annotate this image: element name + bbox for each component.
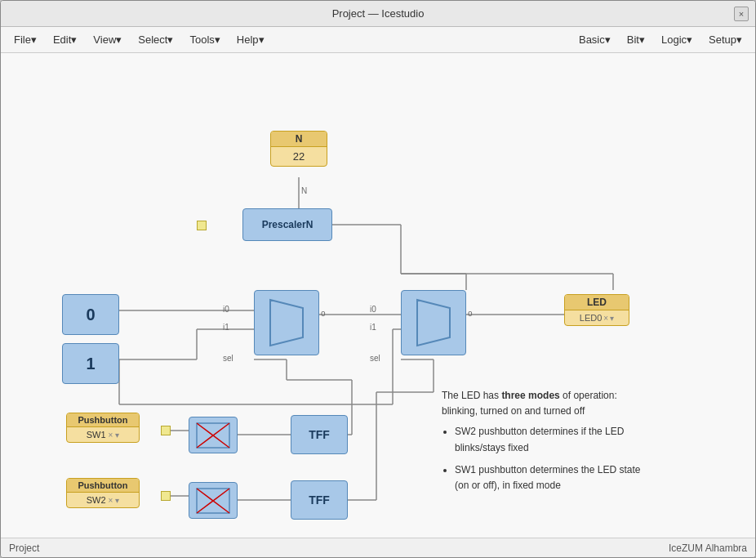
mux1-block[interactable]: [254, 290, 319, 355]
tff1-label: TFF: [309, 428, 330, 441]
view-menu[interactable]: View▾: [87, 31, 128, 48]
pushbtn2-header: Pushbutton: [67, 479, 139, 493]
tools-menu[interactable]: Tools▾: [183, 31, 226, 48]
debounce2-icon: [196, 488, 230, 514]
pushbtn2-block[interactable]: Pushbutton SW2 × ▾: [66, 478, 140, 508]
const0-value: 0: [86, 306, 95, 324]
setup-menu[interactable]: Setup▾: [702, 31, 749, 48]
info-bullet1: SW2 pushbutton determines if the LED bli…: [455, 424, 654, 455]
canvas: N i0 i1 sel o i0 i1 sel o N 22 Prescaler…: [1, 53, 755, 538]
basic-menu[interactable]: Basic▾: [572, 31, 617, 48]
debounce1-block[interactable]: [189, 417, 238, 453]
const1-block[interactable]: 1: [62, 343, 119, 384]
info-line2: blinking, turned on and turned off: [442, 405, 585, 417]
mux2-shape: [413, 298, 454, 347]
debounce1-icon: [196, 422, 230, 449]
label-i0-left: i0: [223, 305, 229, 314]
info-list: SW2 pushbutton determines if the LED bli…: [455, 424, 654, 493]
pushbtn2-value-text: SW2: [87, 495, 106, 505]
label-i1-right: i1: [370, 323, 376, 332]
tff1-block[interactable]: TFF: [291, 415, 348, 454]
n-block-header: N: [271, 132, 327, 147]
pushbtn2-dropdown[interactable]: ▾: [115, 496, 119, 505]
select-menu[interactable]: Select▾: [131, 31, 180, 48]
tff2-block[interactable]: TFF: [291, 480, 348, 520]
pushbtn2-close[interactable]: ×: [109, 496, 113, 505]
label-i1-left: i1: [223, 323, 229, 332]
led-block[interactable]: LED LED0 × ▾: [564, 294, 629, 326]
const0-block[interactable]: 0: [62, 294, 119, 335]
pushbtn1-block[interactable]: Pushbutton SW1 × ▾: [66, 413, 140, 443]
connector-sq-3: [161, 491, 171, 501]
led-value: LED0 × ▾: [565, 310, 629, 325]
mux2-block[interactable]: [401, 290, 466, 355]
pushbtn1-close[interactable]: ×: [109, 431, 113, 440]
label-o-right: o: [468, 309, 473, 318]
edit-menu[interactable]: Edit▾: [47, 31, 83, 48]
label-sel-left: sel: [223, 354, 233, 363]
file-menu[interactable]: File▾: [7, 31, 43, 48]
help-menu[interactable]: Help▾: [230, 31, 271, 48]
status-right: IceZUM Alhambra: [669, 542, 747, 554]
pushbtn1-value-text: SW1: [87, 430, 106, 440]
pushbtn1-value: SW1 × ▾: [67, 427, 139, 442]
info-text-area: The LED has three modes of operation: bl…: [442, 388, 654, 500]
n-constant-block[interactable]: N 22: [270, 131, 327, 167]
pushbtn1-dropdown[interactable]: ▾: [115, 431, 119, 440]
title-bar: Project — Icestudio ×: [1, 1, 755, 27]
menu-bar: File▾ Edit▾ View▾ Select▾ Tools▾ Help▾ B…: [1, 27, 755, 53]
debounce2-block[interactable]: [189, 482, 238, 519]
pushbtn1-header: Pushbutton: [67, 413, 139, 427]
n-block-value: 22: [271, 147, 327, 166]
window-title: Project — Icestudio: [332, 7, 425, 20]
led-close-btn[interactable]: ×: [603, 314, 608, 323]
status-bar: Project IceZUM Alhambra: [1, 538, 755, 557]
logic-menu[interactable]: Logic▾: [655, 31, 699, 48]
label-sel-right: sel: [370, 354, 380, 363]
bit-menu[interactable]: Bit▾: [620, 31, 651, 48]
label-i0-right: i0: [370, 305, 376, 314]
connector-sq-2: [161, 426, 171, 435]
const1-value: 1: [86, 355, 95, 373]
led-header: LED: [565, 295, 629, 310]
label-n: N: [301, 186, 307, 195]
connector-sq-1: [197, 221, 207, 230]
label-o-left: o: [321, 309, 326, 318]
tff2-label: TFF: [309, 493, 330, 507]
led-badge-text: LED0: [580, 313, 603, 323]
prescaler-block[interactable]: PrescalerN: [242, 208, 332, 241]
info-bullet2: SW1 pushbutton determines the LED state …: [455, 462, 654, 493]
close-button[interactable]: ×: [734, 7, 749, 21]
info-line1: The LED has three modes of operation:: [442, 390, 617, 401]
main-window: Project — Icestudio × File▾ Edit▾ View▾ …: [0, 0, 756, 558]
svg-marker-33: [417, 300, 450, 346]
pushbtn2-value: SW2 × ▾: [67, 493, 139, 507]
prescaler-label: PrescalerN: [262, 219, 314, 230]
status-left: Project: [9, 542, 39, 554]
svg-marker-32: [270, 300, 303, 346]
mux1-shape: [266, 298, 307, 347]
led-dropdown-btn[interactable]: ▾: [610, 314, 614, 323]
